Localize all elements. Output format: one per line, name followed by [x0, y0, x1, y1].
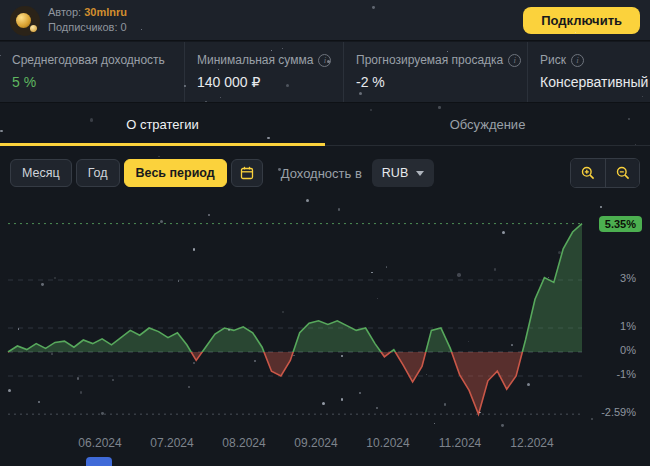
- stat-avg-yield: Среднегодовая доходность 5 %: [0, 42, 184, 102]
- performance-chart[interactable]: 5.35% 3% 1% 0% -1% -2.59% 06.2024 07.202…: [0, 196, 650, 464]
- chart-controls: Месяц Год Весь период Доходность в RUB: [10, 158, 640, 188]
- y-max-badge: 5.35%: [599, 216, 642, 232]
- stat-label: Минимальная сумма: [197, 53, 343, 67]
- stat-label: Прогнозируемая просадка: [356, 53, 527, 67]
- calendar-icon: [239, 165, 255, 181]
- stat-label-text: Риск: [540, 53, 566, 67]
- coin-icon: [30, 25, 37, 32]
- x-tick-label: 06.2024: [78, 436, 121, 450]
- zoom-group: [570, 158, 640, 188]
- stat-value: 140 000 ₽: [197, 74, 343, 90]
- partial-bottom-element: [86, 457, 112, 466]
- y-tick-label: -1%: [616, 368, 636, 380]
- y-tick-label: 1%: [620, 320, 636, 332]
- zoom-out-icon: [615, 165, 631, 181]
- stat-value: 5 %: [12, 74, 184, 90]
- connect-button[interactable]: Подключить: [523, 7, 640, 34]
- yield-in-label: Доходность в: [281, 166, 362, 181]
- stat-label-text: Минимальная сумма: [197, 53, 313, 67]
- author-link[interactable]: 30mlnru: [84, 6, 127, 18]
- calendar-button[interactable]: [231, 159, 263, 187]
- chart-canvas: [0, 196, 650, 448]
- x-tick-label: 10.2024: [366, 436, 409, 450]
- period-year-button[interactable]: Год: [76, 159, 120, 187]
- stat-label: Риск: [540, 53, 650, 67]
- stat-label: Среднегодовая доходность: [12, 53, 184, 67]
- tabs: О стратегии Обсуждение: [0, 103, 650, 146]
- subscribers-count: Подписчиков: 0: [48, 20, 127, 35]
- stat-min-sum: Минимальная сумма 140 000 ₽: [184, 42, 343, 102]
- stat-label-text: Прогнозируемая просадка: [356, 53, 503, 67]
- y-tick-label: 3%: [620, 272, 636, 284]
- tab-label: О стратегии: [126, 117, 199, 132]
- x-tick-label: 07.2024: [150, 436, 193, 450]
- stat-risk: Риск Консервативный: [527, 42, 650, 102]
- stat-value: -2 %: [356, 74, 527, 90]
- zoom-in-button[interactable]: [571, 159, 605, 187]
- info-icon[interactable]: [508, 54, 521, 67]
- zoom-in-icon: [580, 165, 596, 181]
- avatar[interactable]: [10, 6, 40, 36]
- stat-drawdown: Прогнозируемая просадка -2 %: [343, 42, 527, 102]
- info-icon[interactable]: [571, 54, 584, 67]
- author-line: Автор: 30mlnru: [48, 5, 127, 20]
- strategy-page: Автор: 30mlnru Подписчиков: 0 Подключить…: [0, 0, 650, 466]
- x-tick-label: 12.2024: [510, 436, 553, 450]
- currency-dropdown[interactable]: RUB: [372, 159, 434, 187]
- stats-bar: Среднегодовая доходность 5 % Минимальная…: [0, 42, 650, 103]
- author-block: Автор: 30mlnru Подписчиков: 0: [48, 5, 127, 35]
- tab-strategy[interactable]: О стратегии: [0, 103, 325, 145]
- x-tick-label: 08.2024: [222, 436, 265, 450]
- period-all-button[interactable]: Весь период: [124, 159, 227, 187]
- x-tick-label: 11.2024: [439, 436, 482, 450]
- info-icon[interactable]: [318, 54, 331, 67]
- period-month-button[interactable]: Месяц: [10, 159, 72, 187]
- author-label: Автор:: [48, 6, 81, 18]
- stat-value: Консервативный: [540, 74, 650, 90]
- chevron-down-icon: [416, 171, 424, 176]
- tab-label: Обсуждение: [450, 117, 526, 132]
- currency-value: RUB: [382, 166, 408, 180]
- y-tick-label: 0%: [620, 344, 636, 356]
- y-min-label: -2.59%: [601, 406, 636, 418]
- header: Автор: 30mlnru Подписчиков: 0 Подключить: [0, 0, 650, 41]
- tab-discussion[interactable]: Обсуждение: [325, 103, 650, 145]
- x-tick-label: 09.2024: [294, 436, 337, 450]
- zoom-out-button[interactable]: [605, 159, 639, 187]
- coin-icon: [16, 13, 31, 28]
